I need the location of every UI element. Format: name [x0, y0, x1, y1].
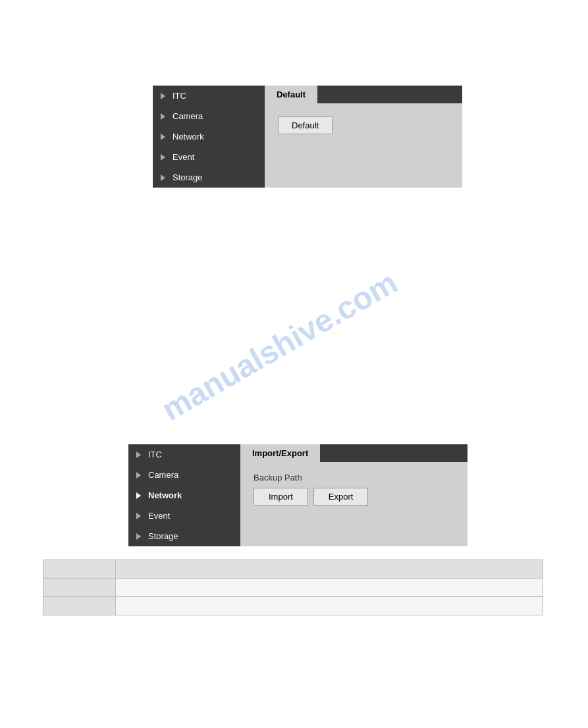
table-cell-row2-col2 [116, 597, 543, 615]
arrow-icon-itc-2 [136, 452, 143, 458]
sidebar-label-storage-1: Storage [173, 172, 203, 182]
sidebar-item-camera-1[interactable]: Camera [153, 106, 265, 126]
watermark-text: manualshive.com [155, 264, 403, 428]
table-cell-row2-col1 [43, 597, 116, 615]
panel-default: ITC Camera Network Event Storage Default… [153, 86, 462, 188]
table-row [43, 560, 543, 579]
sidebar-label-network-1: Network [173, 132, 204, 142]
import-export-buttons: Import Export [254, 488, 454, 506]
sidebar-item-camera-2[interactable]: Camera [128, 465, 240, 485]
sidebar-2: ITC Camera Network Event Storage [128, 444, 240, 546]
arrow-icon-camera-2 [136, 472, 143, 479]
tab-import-export[interactable]: Import/Export [240, 444, 320, 462]
table-row [43, 579, 543, 597]
tab-body-import-export: Backup Path Import Export [240, 462, 468, 516]
sidebar-item-itc-1[interactable]: ITC [153, 86, 265, 106]
tab-panel-import-export: Import/Export Backup Path Import Export [240, 444, 468, 546]
arrow-icon-event-1 [161, 154, 167, 161]
tab-header-import-export: Import/Export [240, 444, 468, 462]
table-cell-row1-col1 [43, 579, 116, 597]
sidebar-label-event-2: Event [148, 511, 170, 521]
tab-panel-default: Default Default [265, 86, 462, 188]
table-cell-header-col1 [43, 560, 116, 579]
tab-body-default: Default [265, 103, 462, 147]
arrow-icon-network-1 [161, 134, 167, 140]
sidebar-item-event-2[interactable]: Event [128, 506, 240, 526]
tab-header-default: Default [265, 86, 462, 103]
sidebar-item-storage-2[interactable]: Storage [128, 526, 240, 546]
sidebar-item-network-2[interactable]: Network [128, 485, 240, 506]
backup-path-label: Backup Path [254, 473, 454, 482]
arrow-icon-itc-1 [161, 93, 167, 99]
default-button[interactable]: Default [278, 117, 333, 134]
sidebar-label-camera-1: Camera [173, 111, 203, 121]
export-button[interactable]: Export [313, 488, 369, 506]
table-cell-row1-col2 [116, 579, 543, 597]
arrow-icon-storage-1 [161, 174, 167, 181]
sidebar-label-camera-2: Camera [148, 470, 178, 480]
panel-import-export: ITC Camera Network Event Storage Import/… [128, 444, 468, 546]
sidebar-item-network-1[interactable]: Network [153, 126, 265, 147]
sidebar-label-network-2: Network [148, 490, 182, 500]
sidebar-item-itc-2[interactable]: ITC [128, 444, 240, 465]
sidebar-1: ITC Camera Network Event Storage [153, 86, 265, 188]
info-table [43, 559, 543, 615]
arrow-icon-network-2-active [136, 492, 143, 499]
sidebar-label-storage-2: Storage [148, 531, 178, 541]
arrow-icon-camera-1 [161, 113, 167, 120]
arrow-icon-event-2 [136, 513, 143, 519]
arrow-icon-storage-2 [136, 533, 143, 540]
sidebar-label-itc-2: ITC [148, 450, 162, 459]
table-cell-header-col2 [116, 560, 543, 579]
sidebar-item-storage-1[interactable]: Storage [153, 167, 265, 188]
sidebar-label-itc-1: ITC [173, 91, 186, 101]
tab-default[interactable]: Default [265, 86, 317, 103]
import-button[interactable]: Import [254, 488, 308, 506]
table-row [43, 597, 543, 615]
sidebar-item-event-1[interactable]: Event [153, 147, 265, 167]
sidebar-label-event-1: Event [173, 152, 194, 162]
